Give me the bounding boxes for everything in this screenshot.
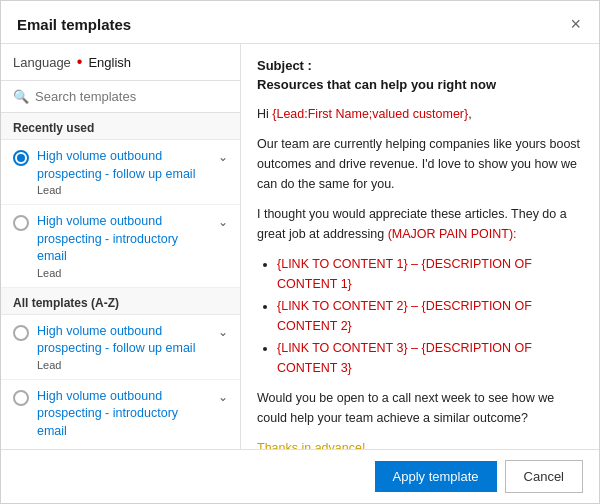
templates-list: Recently used High volume outbound prosp… bbox=[1, 113, 240, 449]
para2: I thought you would appreciate these art… bbox=[257, 204, 583, 244]
template-tag: Lead bbox=[37, 267, 210, 279]
bullet2: {LINK TO CONTENT 2} – {DESCRIPTION OF CO… bbox=[277, 299, 532, 333]
language-row: Language • English bbox=[1, 44, 240, 81]
content-list: {LINK TO CONTENT 1} – {DESCRIPTION OF CO… bbox=[277, 254, 583, 378]
chevron-down-icon[interactable]: ⌄ bbox=[218, 215, 228, 229]
template-tag: Lead bbox=[37, 184, 210, 196]
template-item[interactable]: High volume outbound prospecting - intro… bbox=[1, 205, 240, 288]
chevron-down-icon[interactable]: ⌄ bbox=[218, 325, 228, 339]
radio-unselected[interactable] bbox=[13, 215, 29, 231]
bullet1: {LINK TO CONTENT 1} – {DESCRIPTION OF CO… bbox=[277, 257, 532, 291]
template-info: High volume outbound prospecting - intro… bbox=[37, 213, 210, 279]
left-panel: Language • English 🔍 Recently used High … bbox=[1, 44, 241, 449]
close-button[interactable]: × bbox=[568, 15, 583, 33]
modal-footer: Apply template Cancel bbox=[1, 449, 599, 503]
template-info: High volume outbound prospecting - intro… bbox=[37, 388, 210, 442]
email-body: Hi {Lead:First Name;valued customer}, Ou… bbox=[257, 104, 583, 449]
modal-header: Email templates × bbox=[1, 1, 599, 44]
list-item: {LINK TO CONTENT 2} – {DESCRIPTION OF CO… bbox=[277, 296, 583, 336]
pain-point: (MAJOR PAIN POINT): bbox=[388, 227, 517, 241]
template-name: High volume outbound prospecting - intro… bbox=[37, 213, 210, 266]
radio-selected[interactable] bbox=[13, 150, 29, 166]
modal-body: Language • English 🔍 Recently used High … bbox=[1, 44, 599, 449]
radio-unselected[interactable] bbox=[13, 390, 29, 406]
cancel-button[interactable]: Cancel bbox=[505, 460, 583, 493]
chevron-down-icon[interactable]: ⌄ bbox=[218, 390, 228, 404]
search-box: 🔍 bbox=[1, 81, 240, 113]
all-templates-header: All templates (A-Z) bbox=[1, 288, 240, 315]
search-icon: 🔍 bbox=[13, 89, 29, 104]
search-input[interactable] bbox=[35, 89, 228, 104]
right-panel: Subject : Resources that can help you ri… bbox=[241, 44, 599, 449]
thanks-line: Thanks in advance! bbox=[257, 438, 583, 449]
template-info: High volume outbound prospecting - follo… bbox=[37, 323, 210, 371]
radio-unselected[interactable] bbox=[13, 325, 29, 341]
template-name: High volume outbound prospecting - follo… bbox=[37, 323, 210, 358]
subject-label: Subject : bbox=[257, 58, 312, 73]
template-item[interactable]: High volume outbound prospecting - intro… bbox=[1, 380, 240, 450]
greeting-text: Hi bbox=[257, 107, 272, 121]
para1: Our team are currently helping companies… bbox=[257, 134, 583, 194]
template-item[interactable]: High volume outbound prospecting - follo… bbox=[1, 315, 240, 380]
list-item: {LINK TO CONTENT 1} – {DESCRIPTION OF CO… bbox=[277, 254, 583, 294]
chevron-down-icon[interactable]: ⌄ bbox=[218, 150, 228, 164]
para3: Would you be open to a call next week to… bbox=[257, 388, 583, 428]
language-value: English bbox=[88, 55, 131, 70]
template-item[interactable]: High volume outbound prospecting - follo… bbox=[1, 140, 240, 205]
list-item: {LINK TO CONTENT 3} – {DESCRIPTION OF CO… bbox=[277, 338, 583, 378]
subject-value: Resources that can help you right now bbox=[257, 77, 583, 92]
template-name: High volume outbound prospecting - follo… bbox=[37, 148, 210, 183]
template-name: High volume outbound prospecting - intro… bbox=[37, 388, 210, 441]
email-templates-modal: Email templates × Language • English 🔍 R… bbox=[0, 0, 600, 504]
apply-template-button[interactable]: Apply template bbox=[375, 461, 497, 492]
template-info: High volume outbound prospecting - follo… bbox=[37, 148, 210, 196]
recently-used-header: Recently used bbox=[1, 113, 240, 140]
language-label: Language bbox=[13, 55, 71, 70]
subject-row: Subject : bbox=[257, 58, 583, 75]
greeting: Hi {Lead:First Name;valued customer}, bbox=[257, 104, 583, 124]
template-tag: Lead bbox=[37, 359, 210, 371]
language-required-dot: • bbox=[77, 54, 83, 70]
greeting-comma: , bbox=[468, 107, 471, 121]
greeting-variable: {Lead:First Name;valued customer} bbox=[272, 107, 468, 121]
bullet3: {LINK TO CONTENT 3} – {DESCRIPTION OF CO… bbox=[277, 341, 532, 375]
modal-title: Email templates bbox=[17, 16, 131, 33]
